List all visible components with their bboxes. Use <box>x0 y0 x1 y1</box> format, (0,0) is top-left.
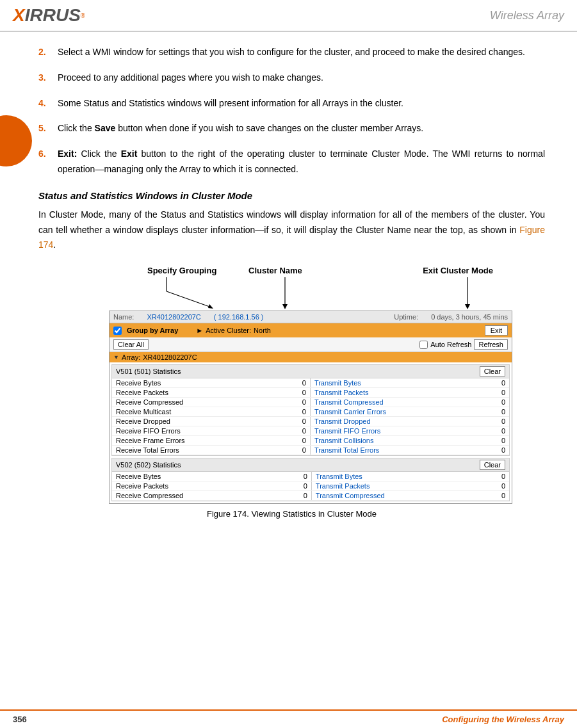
right-label: Transmit Compressed <box>310 398 490 407</box>
right-value: 0 <box>490 378 509 388</box>
paragraph-text-2: . <box>53 239 56 250</box>
left-label: Receive Packets <box>112 388 284 398</box>
right-label: Transmit FIFO Errors <box>310 426 490 436</box>
item-text-5: Click the Save button when done if you w… <box>58 121 545 136</box>
clear-button-1[interactable]: Clear <box>480 366 505 376</box>
left-label: Receive FIFO Errors <box>112 426 284 436</box>
exit-button[interactable]: Exit <box>485 325 508 336</box>
table-row: Receive Packets 0 Transmit Packets 0 <box>112 388 509 398</box>
svg-line-1 <box>167 291 211 307</box>
left-value: 0 <box>284 398 310 407</box>
left-label: Receive Compressed <box>112 398 284 407</box>
arrow-icon: ▼ <box>113 354 119 360</box>
stats-title-2: V502 (502) Statistics <box>116 461 181 469</box>
left-label: Receive Frame Errors <box>112 436 284 446</box>
page-header: XIRRUS® Wireless Array <box>0 0 577 32</box>
figure-container: Specify Grouping Cluster Name Exit Clust… <box>38 266 545 519</box>
name-label: Name: <box>113 313 134 321</box>
item-number-4: 4. <box>38 96 58 111</box>
table-row: Receive Total Errors 0 Transmit Total Er… <box>112 446 509 455</box>
array-header: ▼ Array: XR4012802207C <box>110 352 512 362</box>
logo: XIRRUS® <box>13 5 85 26</box>
right-value: 0 <box>490 436 509 446</box>
right-value: 0 <box>490 388 509 398</box>
svg-marker-4 <box>282 304 288 309</box>
right-label: Transmit Carrier Errors <box>310 407 490 417</box>
left-value: 0 <box>284 378 310 388</box>
stats-title-1: V501 (501) Statistics <box>116 368 181 375</box>
header-title: Wireless Array <box>490 9 564 22</box>
ui-top-bar: Name: XR4012802207C ( 192.168.1.56 ) Upt… <box>110 311 512 323</box>
right-label: Transmit Total Errors <box>310 446 490 455</box>
left-label: Receive Packets <box>112 481 286 491</box>
stats-section-2: V502 (502) Statistics Clear Receive Byte… <box>111 458 510 501</box>
group-by-array-label: Group by Array <box>127 327 178 334</box>
array-label: Array: <box>122 353 140 361</box>
left-value: 0 <box>284 426 310 436</box>
list-item-4: 4. Some Status and Statistics windows wi… <box>38 96 545 111</box>
item-number-2: 2. <box>38 45 58 60</box>
stats-table-2: Receive Bytes 0 Transmit Bytes 0 Receive… <box>112 472 509 501</box>
right-value: 0 <box>490 491 509 501</box>
table-row: Receive Frame Errors 0 Transmit Collisio… <box>112 436 509 446</box>
array-value: XR4012802207C <box>143 353 197 361</box>
item-number-3: 3. <box>38 70 58 86</box>
stats-table-1: Receive Bytes 0 Transmit Bytes 0 Receive… <box>112 378 509 455</box>
table-row: Receive Bytes 0 Transmit Bytes 0 <box>112 472 509 481</box>
item-text-6: Exit: Click the Exit button to the right… <box>58 147 545 177</box>
right-value: 0 <box>490 398 509 407</box>
left-label: Receive Bytes <box>112 472 286 481</box>
main-content: 2. Select a WMI window for settings that… <box>0 32 577 544</box>
left-label: Receive Total Errors <box>112 446 284 455</box>
list-item-6: 6. Exit: Click the Exit button to the ri… <box>38 147 545 177</box>
left-value: 0 <box>284 417 310 426</box>
refresh-button[interactable]: Refresh <box>474 339 508 350</box>
stats-section-1: V501 (501) Statistics Clear Receive Byte… <box>111 364 510 456</box>
left-label: Receive Bytes <box>112 378 284 388</box>
ip-value[interactable]: ( 192.168.1.56 ) <box>214 313 264 321</box>
item-text-3: Proceed to any additional pages where yo… <box>58 70 545 86</box>
right-label: Transmit Bytes <box>310 378 490 388</box>
right-value: 0 <box>490 481 509 491</box>
uptime-value: 0 days, 3 hours, 45 mins <box>431 313 508 321</box>
section-heading: Status and Statistics Windows in Cluster… <box>38 190 545 201</box>
item-text-2: Select a WMI window for settings that yo… <box>58 45 545 60</box>
figure-caption: Figure 174. Viewing Statistics in Cluste… <box>38 509 545 519</box>
left-label: Receive Compressed <box>112 491 286 501</box>
left-value: 0 <box>284 436 310 446</box>
clear-button-2[interactable]: Clear <box>480 460 505 470</box>
svg-marker-6 <box>465 304 470 309</box>
table-row: Receive Compressed 0 Transmit Compressed… <box>112 491 509 501</box>
table-row: Receive Bytes 0 Transmit Bytes 0 <box>112 378 509 388</box>
table-row: Receive Multicast 0 Transmit Carrier Err… <box>112 407 509 417</box>
annotation-lines <box>109 266 512 311</box>
logo-reg: ® <box>81 12 85 19</box>
toolbar-bar: Clear All Auto Refresh Refresh <box>110 337 512 352</box>
auto-refresh-checkbox[interactable] <box>419 341 428 349</box>
right-value: 0 <box>490 407 509 417</box>
name-value[interactable]: XR4012802207C <box>147 313 200 321</box>
table-row: Receive Dropped 0 Transmit Dropped 0 <box>112 417 509 426</box>
left-label: Receive Multicast <box>112 407 284 417</box>
left-value: 0 <box>286 481 311 491</box>
stats-title-bar-1: V501 (501) Statistics Clear <box>112 365 509 378</box>
item-number-5: 5. <box>38 121 58 136</box>
section-paragraph: In Cluster Mode, many of the Status and … <box>38 207 545 253</box>
left-label: Receive Dropped <box>112 417 284 426</box>
item-number-6: 6. <box>38 147 58 177</box>
left-value: 0 <box>284 446 310 455</box>
table-row: Receive Packets 0 Transmit Packets 0 <box>112 481 509 491</box>
right-label: Transmit Packets <box>310 388 490 398</box>
right-label: Transmit Bytes <box>311 472 490 481</box>
left-value: 0 <box>284 407 310 417</box>
ui-mockup: Name: XR4012802207C ( 192.168.1.56 ) Upt… <box>109 311 512 504</box>
table-row: Receive Compressed 0 Transmit Compressed… <box>112 398 509 407</box>
right-value: 0 <box>490 417 509 426</box>
right-value: 0 <box>490 472 509 481</box>
group-by-array-checkbox[interactable] <box>113 327 122 335</box>
cluster-bar: Group by Array ► Active Cluster: North E… <box>110 323 512 337</box>
clear-all-button[interactable]: Clear All <box>113 339 149 350</box>
item-text-4: Some Status and Statistics windows will … <box>58 96 545 111</box>
logo-irrus: IRRUS <box>25 5 81 26</box>
svg-marker-2 <box>208 304 213 309</box>
